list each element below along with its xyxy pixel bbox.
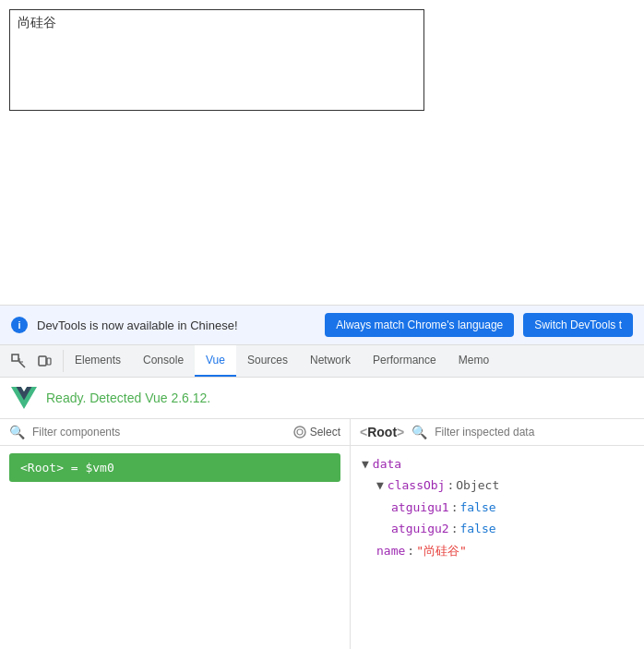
atguigu2-colon: : — [451, 518, 459, 539]
select-button[interactable]: Select — [293, 426, 340, 439]
tab-elements[interactable]: Elements — [64, 345, 132, 377]
close-bracket: > — [397, 425, 404, 439]
vue-main-panels: 🔍 Select <Root> = $vm0 <Root> 🔍 — [0, 419, 644, 649]
atguigu1-row: atguigu1 : false — [362, 497, 633, 518]
svg-line-1 — [19, 362, 25, 367]
open-bracket: < — [360, 425, 367, 439]
filter-components-input[interactable] — [32, 426, 286, 439]
name-value: "尚硅谷" — [416, 540, 467, 561]
vue-logo-icon — [11, 385, 37, 411]
tab-console[interactable]: Console — [132, 345, 195, 377]
atguigu2-value: false — [459, 518, 495, 539]
text-box-content: 尚硅谷 — [18, 15, 56, 30]
component-filter-bar: 🔍 Select — [0, 419, 350, 446]
atguigu2-key: atguigu2 — [391, 518, 449, 539]
svg-rect-0 — [12, 355, 18, 361]
select-icon — [293, 426, 306, 439]
component-name: Root — [367, 425, 397, 439]
tab-sources[interactable]: Sources — [236, 345, 299, 377]
inspect-element-icon[interactable] — [7, 350, 30, 372]
svg-rect-2 — [39, 356, 46, 366]
atguigu1-colon: : — [451, 497, 459, 518]
component-tree-panel: 🔍 Select <Root> = $vm0 — [0, 419, 351, 649]
vue-header: Ready. Detected Vue 2.6.12. — [0, 378, 644, 419]
switch-devtools-button[interactable]: Switch DevTools t — [523, 313, 633, 337]
device-toolbar-icon[interactable] — [33, 350, 55, 372]
classobj-row: ▼ classObj : Object — [362, 475, 633, 496]
classobj-colon: : — [447, 475, 454, 496]
search-data-icon: 🔍 — [411, 425, 427, 439]
atguigu1-value: false — [459, 497, 495, 518]
data-inspector-panel: <Root> 🔍 ▼ data ▼ classObj : Object — [351, 419, 644, 649]
match-language-button[interactable]: Always match Chrome's language — [325, 313, 514, 337]
devtools-icon-bar — [0, 350, 64, 372]
name-row: name : "尚硅谷" — [362, 540, 633, 561]
devtools-tabs-bar: Elements Console Vue Sources Network Per… — [0, 344, 644, 378]
svg-rect-3 — [47, 358, 51, 365]
search-components-icon: 🔍 — [9, 425, 25, 439]
atguigu1-key: atguigu1 — [391, 497, 449, 518]
tab-network[interactable]: Network — [299, 345, 362, 377]
tab-performance[interactable]: Performance — [362, 345, 447, 377]
tab-memo[interactable]: Memo — [447, 345, 500, 377]
vue-ready-text: Ready. Detected Vue 2.6.12. — [46, 391, 210, 405]
data-tree: ▼ data ▼ classObj : Object atguigu1 : fa… — [351, 446, 644, 569]
name-colon: : — [407, 540, 414, 561]
text-display-box: 尚硅谷 — [9, 9, 424, 111]
expand-data-arrow[interactable]: ▼ — [362, 453, 369, 475]
vue-devtools-panel: Ready. Detected Vue 2.6.12. 🔍 Select <Ro… — [0, 378, 644, 649]
tab-vue[interactable]: Vue — [195, 345, 236, 377]
svg-point-5 — [297, 429, 303, 435]
info-icon: i — [11, 317, 28, 333]
data-inspector-header: <Root> 🔍 — [351, 419, 644, 446]
notification-bar: i DevTools is now available in Chinese! … — [0, 305, 644, 344]
data-row: ▼ data — [362, 453, 633, 475]
page-content: 尚硅谷 — [0, 0, 644, 305]
svg-point-4 — [294, 427, 305, 438]
classobj-value: Object — [456, 475, 499, 496]
classobj-key: classObj — [388, 475, 446, 496]
root-breadcrumb: <Root> — [360, 425, 404, 439]
data-key: data — [373, 453, 401, 475]
root-component-item[interactable]: <Root> = $vm0 — [9, 453, 340, 482]
atguigu2-row: atguigu2 : false — [362, 518, 633, 539]
tab-list: Elements Console Vue Sources Network Per… — [64, 345, 500, 377]
notification-message: DevTools is now available in Chinese! — [37, 318, 316, 332]
name-key: name — [376, 540, 405, 561]
filter-data-input[interactable] — [435, 426, 635, 439]
expand-classobj-arrow[interactable]: ▼ — [376, 475, 384, 496]
